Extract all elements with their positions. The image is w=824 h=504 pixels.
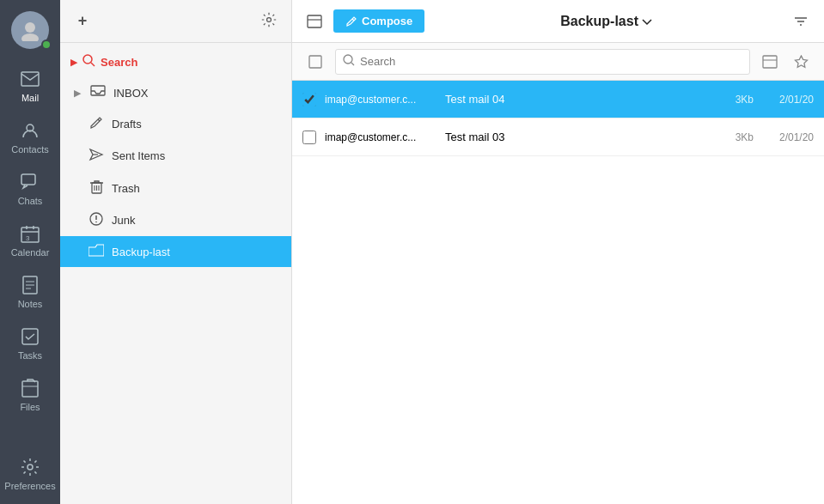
svg-rect-20 — [763, 56, 777, 68]
folder-list: ▶ Search ▶ INBOX — [60, 43, 291, 504]
checkbox-all-button[interactable] — [302, 49, 328, 75]
sidebar-item-calendar[interactable]: 3 Calendar — [0, 215, 60, 266]
folder-item-trash[interactable]: Trash — [60, 172, 291, 204]
sidebar-item-notes[interactable]: Notes — [0, 266, 60, 318]
svg-rect-2 — [21, 72, 39, 86]
backup-folder-icon — [88, 244, 105, 259]
compose-button[interactable]: Compose — [333, 9, 424, 33]
trash-icon — [88, 179, 105, 197]
junk-label: Junk — [112, 214, 135, 227]
preferences-button[interactable]: Preferences — [0, 444, 60, 504]
sidebar-item-contacts[interactable]: Contacts — [0, 112, 60, 163]
online-status-dot — [41, 39, 52, 50]
sidebar-item-files[interactable]: Files — [0, 369, 60, 421]
email-size-2: 3Kb — [719, 131, 754, 143]
svg-text:3: 3 — [26, 234, 30, 242]
expand-view-button[interactable] — [302, 9, 327, 33]
settings-button[interactable] — [257, 9, 281, 33]
inbox-expand-icon: ▶ — [74, 88, 81, 99]
sort-button[interactable] — [788, 9, 814, 34]
search-bar — [292, 43, 824, 81]
search-icon — [82, 54, 95, 70]
folder-item-sent[interactable]: Sent Items — [60, 140, 291, 172]
email-size-1: 3Kb — [719, 94, 754, 106]
search-bar-icon — [343, 54, 355, 69]
email-date-2: 2/01/20 — [762, 131, 814, 143]
search-right-icons — [757, 49, 814, 75]
search-label: Search — [101, 56, 137, 69]
folder-title: Backup-last — [560, 14, 652, 29]
preferences-icon — [20, 457, 40, 477]
tasks-label: Tasks — [18, 350, 42, 361]
folder-sidebar: + ▶ Search ▶ — [60, 0, 292, 504]
svg-point-16 — [95, 222, 97, 223]
add-folder-button[interactable]: + — [70, 9, 95, 33]
email-view-button[interactable] — [757, 49, 783, 75]
svg-point-11 — [267, 18, 272, 22]
preferences-label: Preferences — [4, 481, 55, 491]
folder-item-inbox[interactable]: ▶ INBOX — [60, 77, 291, 108]
folder-item-junk[interactable]: Junk — [60, 204, 291, 236]
mail-icon — [20, 69, 40, 89]
folder-header: + — [60, 0, 291, 43]
search-arrow-icon: ▶ — [70, 57, 77, 68]
mail-label: Mail — [21, 93, 39, 103]
folder-dropdown-icon[interactable] — [642, 14, 652, 29]
svg-rect-9 — [22, 381, 38, 397]
calendar-icon: 3 — [20, 223, 40, 244]
folder-title-text: Backup-last — [560, 14, 638, 29]
svg-rect-4 — [21, 174, 35, 185]
folder-item-drafts[interactable]: Drafts — [60, 108, 291, 140]
svg-rect-17 — [308, 15, 321, 27]
email-from-2: imap@customer.c... — [325, 131, 436, 143]
main-header-right — [788, 9, 814, 34]
svg-rect-5 — [21, 228, 39, 242]
contacts-label: Contacts — [11, 144, 48, 155]
svg-rect-18 — [309, 56, 321, 68]
notes-label: Notes — [18, 299, 43, 309]
chats-icon — [20, 172, 40, 192]
junk-icon — [88, 212, 105, 228]
email-from-1: imap@customer.c... — [325, 94, 436, 106]
sent-label: Sent Items — [112, 149, 165, 162]
email-subject-2: Test mail 03 — [445, 131, 711, 143]
svg-point-1 — [21, 33, 39, 41]
svg-point-10 — [27, 465, 33, 470]
email-list: imap@customer.c... Test mail 04 3Kb 2/01… — [292, 81, 824, 504]
sidebar-item-mail[interactable]: Mail — [0, 60, 60, 112]
drafts-label: Drafts — [112, 118, 142, 131]
svg-point-0 — [25, 22, 35, 33]
files-label: Files — [20, 402, 40, 412]
search-folder-item[interactable]: ▶ Search — [60, 46, 291, 77]
compose-label: Compose — [362, 15, 412, 27]
files-icon — [20, 378, 40, 398]
email-row[interactable]: imap@customer.c... Test mail 04 3Kb 2/01… — [292, 81, 824, 118]
sidebar-item-tasks[interactable]: Tasks — [0, 318, 60, 369]
inbox-icon — [89, 85, 107, 100]
chats-label: Chats — [18, 196, 43, 206]
contacts-icon — [20, 120, 40, 141]
folder-item-backup-last[interactable]: Backup-last — [60, 236, 291, 267]
sent-icon — [88, 148, 105, 164]
sidebar-item-chats[interactable]: Chats — [0, 163, 60, 215]
tasks-icon — [20, 326, 40, 347]
email-checkbox-1[interactable] — [302, 93, 316, 106]
drafts-icon — [88, 116, 105, 132]
star-filter-button[interactable] — [788, 49, 814, 75]
search-input[interactable] — [360, 55, 742, 68]
email-checkbox-2[interactable] — [302, 131, 316, 144]
email-date-1: 2/01/20 — [762, 94, 814, 106]
email-subject-1: Test mail 04 — [445, 93, 711, 106]
avatar[interactable] — [0, 0, 60, 60]
plus-icon: + — [78, 12, 88, 30]
search-input-wrap — [335, 49, 750, 75]
gear-icon — [261, 12, 277, 30]
svg-point-19 — [344, 55, 352, 64]
nav-icons-panel: Mail Contacts Chats 3 Ca — [0, 0, 60, 504]
svg-rect-8 — [22, 329, 38, 344]
email-row[interactable]: imap@customer.c... Test mail 03 3Kb 2/01… — [292, 118, 824, 156]
calendar-label: Calendar — [11, 247, 50, 258]
trash-label: Trash — [112, 182, 140, 195]
main-header: Compose Backup-last — [292, 0, 824, 43]
main-content: Compose Backup-last — [292, 0, 824, 504]
